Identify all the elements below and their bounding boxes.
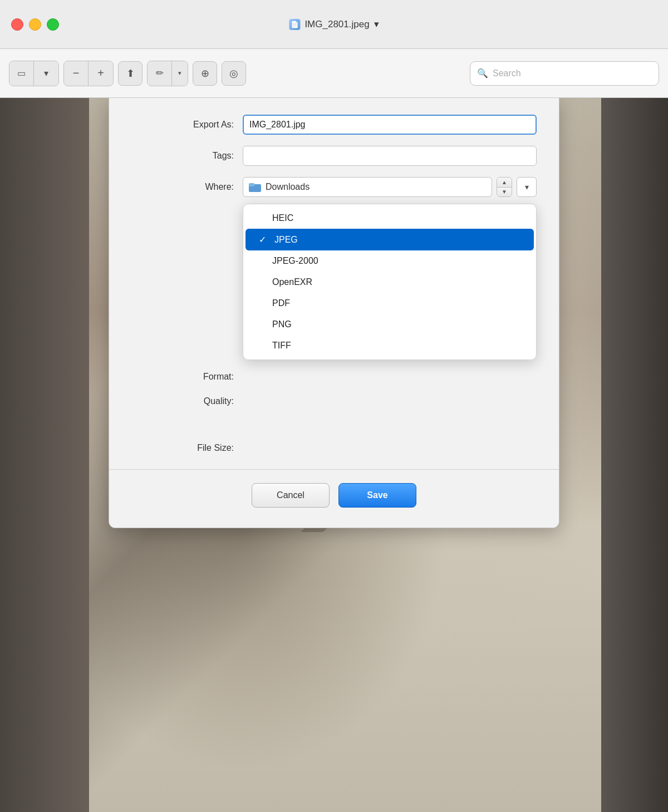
share-button[interactable]: ⬆ [118,61,143,86]
format-label-jpeg2000: JPEG-2000 [272,256,523,266]
where-expand-button[interactable]: ▾ [517,177,537,197]
annotate-button[interactable]: ✏ [148,61,172,86]
dialog-actions: Cancel Save [131,483,537,508]
window-title-group: 📄 IMG_2801.jpeg ▾ [289,18,379,30]
zoom-group: − + [63,61,114,86]
sidebar-toggle-button[interactable]: ▭ [9,61,34,86]
quality-row: Quality: [131,391,537,411]
stepper-up-icon[interactable]: ▲ [497,178,512,188]
svg-rect-14 [249,183,254,186]
search-bar[interactable]: 🔍 Search [470,61,659,86]
export-as-label: Export As: [131,120,243,130]
where-stepper[interactable]: ▲ ▼ [497,177,512,197]
check-icon [257,277,266,287]
stamp-icon: ⊕ [201,67,209,80]
file-size-label: File Size: [131,443,243,453]
tags-label: Tags: [131,151,243,161]
file-icon: 📄 [289,19,300,30]
format-label-pdf: PDF [272,298,523,308]
format-option-tiff[interactable]: TIFF [243,335,536,356]
title-chevron-icon[interactable]: ▾ [374,18,379,30]
format-label-tiff: TIFF [272,341,523,351]
dialog-divider [109,469,559,470]
close-button[interactable] [11,18,23,31]
annotate-icon: ✏ [156,67,164,79]
export-as-input[interactable] [243,115,537,135]
annotate-chevron-button[interactable]: ▾ [172,61,188,86]
format-row: Format: [131,367,537,387]
where-value: Downloads [266,182,310,192]
sidebar-chevron-button[interactable]: ▾ [34,61,58,86]
check-icon [257,213,266,223]
maximize-button[interactable] [47,18,59,31]
search-placeholder: Search [493,68,521,78]
minimize-button[interactable] [29,18,41,31]
format-option-png[interactable]: PNG [243,314,536,335]
search-icon: 🔍 [477,68,488,78]
right-strip [601,98,668,812]
export-as-row: Export As: [131,115,537,135]
format-label-png: PNG [272,319,523,329]
folder-icon [249,182,261,192]
file-size-row: File Size: [131,438,537,458]
format-label-jpeg: JPEG [274,235,520,245]
chevron-down-icon: ▾ [525,183,529,191]
chevron-icon: ▾ [178,70,181,77]
format-label: Format: [131,372,243,382]
tags-row: Tags: [131,146,537,166]
format-option-jpeg[interactable]: ✓ JPEG [245,229,534,250]
check-icon-selected: ✓ [259,234,268,245]
cancel-button[interactable]: Cancel [252,483,330,508]
where-row: Where: Downloads ▲ ▼ ▾ [131,177,537,197]
where-label: Where: [131,182,243,192]
where-select-wrapper: Downloads ▲ ▼ ▾ [243,177,537,197]
export-dialog: Export As: Tags: Where: Downloads [109,98,559,528]
zoom-in-button[interactable]: + [89,61,113,86]
sidebar-toggle-group: ▭ ▾ [9,61,59,86]
stamp-button[interactable]: ⊕ [193,61,217,86]
where-dropdown[interactable]: Downloads [243,177,492,197]
sidebar-icon: ▭ [17,68,26,78]
check-icon [257,319,266,329]
traffic-lights [11,18,59,31]
format-dropdown-menu: HEIC ✓ JPEG JPEG-2000 OpenEXR PDF [243,204,537,360]
format-option-jpeg2000[interactable]: JPEG-2000 [243,250,536,272]
zoom-out-icon: − [73,67,80,80]
stepper-down-icon[interactable]: ▼ [497,188,512,197]
quality-label: Quality: [131,396,243,406]
format-quality-section: Format: Quality: File Size: [131,367,537,458]
check-icon [257,256,266,266]
zoom-out-button[interactable]: − [64,61,89,86]
tags-input[interactable] [243,146,537,166]
format-dropdown-container: HEIC ✓ JPEG JPEG-2000 OpenEXR PDF [243,204,537,360]
format-label-openexr: OpenEXR [272,277,523,287]
format-option-openexr[interactable]: OpenEXR [243,272,536,293]
format-label-heic: HEIC [272,213,523,223]
titlebar: 📄 IMG_2801.jpeg ▾ [0,0,668,49]
share-icon: ⬆ [126,67,135,80]
markup-button[interactable]: ◎ [222,61,246,86]
format-option-heic[interactable]: HEIC [243,208,536,229]
save-button[interactable]: Save [338,483,416,508]
main-content: Export As: Tags: Where: Downloads [0,98,668,812]
zoom-in-icon: + [97,67,104,80]
check-icon [257,298,266,308]
markup-icon: ◎ [229,67,238,80]
left-panel [0,98,89,812]
window-title: IMG_2801.jpeg [304,19,369,30]
format-option-pdf[interactable]: PDF [243,293,536,314]
toolbar: ▭ ▾ − + ⬆ ✏ ▾ ⊕ ◎ 🔍 Search [0,49,668,98]
check-icon [257,341,266,351]
chevron-down-icon: ▾ [44,68,48,78]
